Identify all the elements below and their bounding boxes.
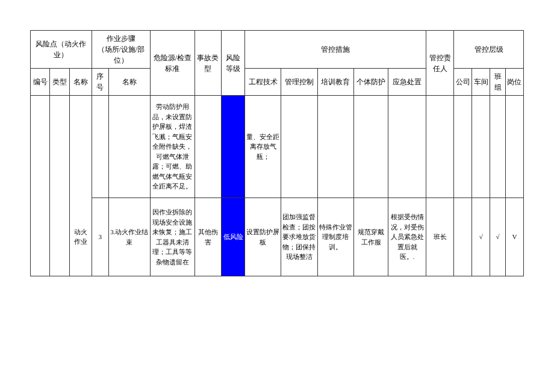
cell-mgmt [281,96,317,198]
hdr-control-measures: 管控措施 [245,31,426,69]
cell-type [50,96,69,198]
hdr-work-steps: 作业步骤 （场所/设施/部位） [92,31,150,69]
cell-name: 动火作业 [69,198,92,276]
cell-seq [92,96,108,198]
cell-team [490,96,505,198]
cell-risk [221,96,244,198]
hdr-step-name: 名称 [108,69,150,96]
cell-ppe [353,96,388,198]
cell-train: 特殊作业管理制度培训。 [317,198,353,276]
hdr-name: 名称 [69,69,92,96]
hdr-type: 类型 [50,69,69,96]
cell-post: V [505,198,523,276]
table-row: 动火作业 3 3.动火作业结束 因作业拆除的现场安全设施未恢复；施工工器具未清理… [31,198,524,276]
cell-name [69,96,92,198]
hdr-mgmt: 管理控制 [281,69,317,96]
hdr-eng: 工程技术 [245,69,281,96]
hdr-responsible: 管控责任人 [426,31,453,96]
cell-hazard: 劳动防护用品，未设置防护屏板，焊渣飞溅；气瓶安全附件缺失，可燃气体泄露；可燃、助… [150,96,195,198]
cell-company [454,96,472,198]
cell-workshop: √ [472,198,490,276]
cell-ppe: 规范穿戴工作服 [353,198,388,276]
cell-resp [426,96,453,198]
cell-workshop [472,96,490,198]
hdr-num: 编号 [31,69,50,96]
cell-accident [195,96,221,198]
cell-risk: 低风险 [221,198,244,276]
cell-num [31,198,50,276]
cell-step: 3.动火作业结束 [108,198,150,276]
cell-mgmt: 团加强监督检查；团按要求堆放货物；团保持现场整洁 [281,198,317,276]
hdr-team: 班组 [490,69,505,96]
cell-eng: 设置防护屏板 [245,198,281,276]
cell-resp: 班长 [426,198,453,276]
risk-assessment-table: 风险点（动火作业） 作业步骤 （场所/设施/部位） 危险源/检查标准 事故类型 … [30,30,524,276]
table-header: 风险点（动火作业） 作业步骤 （场所/设施/部位） 危险源/检查标准 事故类型 … [31,31,524,96]
cell-emerg [388,96,426,198]
cell-company [454,198,472,276]
hdr-accident: 事故类型 [195,31,221,96]
cell-post [505,96,523,198]
hdr-emerg: 应急处置 [388,69,426,96]
hdr-seq: 序号 [92,69,108,96]
cell-step [108,96,150,198]
hdr-ppe: 个体防护 [353,69,388,96]
hdr-train: 培训教育 [317,69,353,96]
hdr-workshop: 车间 [472,69,490,96]
hdr-control-level: 管控层级 [454,31,524,69]
hdr-company: 公司 [454,69,472,96]
cell-seq: 3 [92,198,108,276]
cell-hazard: 因作业拆除的现场安全设施未恢复；施工工器具未清理；工具等等杂物遗留在 [150,198,195,276]
hdr-hazard: 危险源/检查标准 [150,31,195,96]
hdr-post: 岗位 [505,69,523,96]
cell-team: √ [490,198,505,276]
cell-type [50,198,69,276]
cell-num [31,96,50,198]
hdr-risk-point: 风险点（动火作业） [31,31,92,69]
cell-eng: 量、安全距离存放气瓶； [245,96,281,198]
cell-accident: 其他伤害 [195,198,221,276]
cell-emerg: 根据受伤情况，对受伤人员紧急处置后就医。. [388,198,426,276]
hdr-risk-level: 风险等级 [221,31,244,96]
table-row-partial: 劳动防护用品，未设置防护屏板，焊渣飞溅；气瓶安全附件缺失，可燃气体泄露；可燃、助… [31,96,524,198]
cell-train [317,96,353,198]
